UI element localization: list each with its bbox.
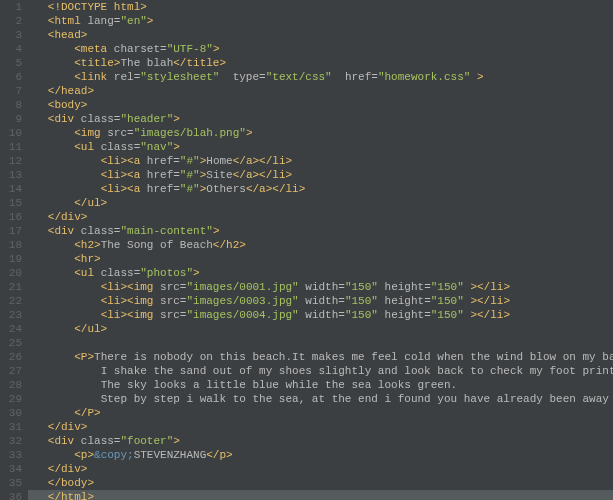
code-token: href [345, 71, 371, 83]
line-number[interactable]: 8 [0, 98, 22, 112]
code-line[interactable]: <div class="footer"> [28, 434, 613, 448]
line-number[interactable]: 17 [0, 224, 22, 238]
code-token: > [213, 225, 220, 237]
line-number[interactable]: 33 [0, 448, 22, 462]
code-line[interactable]: <li><a href="#">Home</a></li> [28, 154, 613, 168]
line-number[interactable]: 32 [0, 434, 22, 448]
line-number[interactable]: 24 [0, 322, 22, 336]
code-line[interactable]: </head> [28, 84, 613, 98]
code-token: "150" [345, 295, 378, 307]
line-number[interactable]: 12 [0, 154, 22, 168]
line-number[interactable]: 3 [0, 28, 22, 42]
line-number[interactable]: 27 [0, 364, 22, 378]
line-number[interactable]: 19 [0, 252, 22, 266]
code-token: "150" [431, 309, 464, 321]
code-token: = [338, 309, 345, 321]
line-number[interactable]: 14 [0, 182, 22, 196]
line-number[interactable]: 18 [0, 238, 22, 252]
code-line[interactable]: <html lang="en"> [28, 14, 613, 28]
line-number[interactable]: 7 [0, 84, 22, 98]
line-number[interactable]: 36 [0, 490, 22, 500]
line-number[interactable]: 20 [0, 266, 22, 280]
code-token: ></li> [464, 309, 510, 321]
code-line[interactable]: <li><a href="#">Others</a></li> [28, 182, 613, 196]
code-line[interactable]: </html> [28, 490, 613, 500]
code-line[interactable]: <P>There is nobody on this beach.It make… [28, 350, 613, 364]
code-token: "header" [120, 113, 173, 125]
code-line[interactable]: </P> [28, 406, 613, 420]
line-number[interactable]: 28 [0, 378, 22, 392]
line-number[interactable]: 35 [0, 476, 22, 490]
code-token: <ul [74, 267, 100, 279]
code-line[interactable]: <h2>The Song of Beach</h2> [28, 238, 613, 252]
code-line[interactable]: <div class="main-content"> [28, 224, 613, 238]
code-line[interactable]: <ul class="photos"> [28, 266, 613, 280]
code-line[interactable]: </ul> [28, 322, 613, 336]
code-line[interactable]: <hr> [28, 252, 613, 266]
code-line[interactable]: <ul class="nav"> [28, 140, 613, 154]
code-token: = [424, 281, 431, 293]
code-line[interactable]: <div class="header"> [28, 112, 613, 126]
code-token: lang [87, 15, 113, 27]
code-token: </ul> [74, 323, 107, 335]
code-line[interactable]: </div> [28, 210, 613, 224]
code-line[interactable]: <body> [28, 98, 613, 112]
code-token [378, 295, 385, 307]
line-number[interactable]: 25 [0, 336, 22, 350]
code-line[interactable]: The sky looks a little blue while the se… [28, 378, 613, 392]
line-number[interactable]: 16 [0, 210, 22, 224]
line-number[interactable]: 22 [0, 294, 22, 308]
code-token: height [385, 281, 425, 293]
code-token: href [147, 183, 173, 195]
line-number[interactable]: 13 [0, 168, 22, 182]
code-token: = [371, 71, 378, 83]
line-number[interactable]: 2 [0, 14, 22, 28]
line-number[interactable]: 1 [0, 0, 22, 14]
line-number[interactable]: 6 [0, 70, 22, 84]
code-editor: 1234567891011121314151617181920212223242… [0, 0, 613, 500]
code-token: "#" [180, 183, 200, 195]
code-line[interactable]: </div> [28, 462, 613, 476]
code-line[interactable]: <meta charset="UTF-8"> [28, 42, 613, 56]
code-line[interactable]: <p>&copy;STEVENZHANG</p> [28, 448, 613, 462]
line-number[interactable]: 26 [0, 350, 22, 364]
code-line[interactable]: <!DOCTYPE html> [28, 0, 613, 14]
line-number[interactable]: 15 [0, 196, 22, 210]
code-token: </a></li> [246, 183, 305, 195]
line-number[interactable]: 21 [0, 280, 22, 294]
code-token: There is nobody on this beach.It makes m… [94, 351, 613, 363]
code-token: <li><a [101, 169, 147, 181]
line-number[interactable]: 5 [0, 56, 22, 70]
line-number[interactable]: 30 [0, 406, 22, 420]
code-line[interactable]: I shake the sand out of my shoes slightl… [28, 364, 613, 378]
code-line[interactable] [28, 336, 613, 350]
code-area[interactable]: <!DOCTYPE html> <html lang="en"> <head> … [28, 0, 613, 500]
code-token: <li><img [101, 309, 160, 321]
line-number-gutter[interactable]: 1234567891011121314151617181920212223242… [0, 0, 28, 500]
code-line[interactable]: <link rel="stylesheet" type="text/css" h… [28, 70, 613, 84]
line-number[interactable]: 9 [0, 112, 22, 126]
code-line[interactable]: <li><a href="#">Site</a></li> [28, 168, 613, 182]
code-line[interactable]: <li><img src="images/0004.jpg" width="15… [28, 308, 613, 322]
code-token: <hr> [74, 253, 100, 265]
code-line[interactable]: <li><img src="images/0001.jpg" width="15… [28, 280, 613, 294]
line-number[interactable]: 34 [0, 462, 22, 476]
code-line[interactable]: <img src="images/blah.png"> [28, 126, 613, 140]
line-number[interactable]: 11 [0, 140, 22, 154]
line-number[interactable]: 10 [0, 126, 22, 140]
code-line[interactable]: </div> [28, 420, 613, 434]
code-token: href [147, 155, 173, 167]
code-token: </title> [173, 57, 226, 69]
code-line[interactable]: </body> [28, 476, 613, 490]
code-line[interactable]: <title>The blah</title> [28, 56, 613, 70]
line-number[interactable]: 29 [0, 392, 22, 406]
code-token: </head> [48, 85, 94, 97]
code-line[interactable]: <li><img src="images/0003.jpg" width="15… [28, 294, 613, 308]
code-line[interactable]: Step by step i walk to the sea, at the e… [28, 392, 613, 406]
code-line[interactable]: <head> [28, 28, 613, 42]
code-line[interactable]: </ul> [28, 196, 613, 210]
line-number[interactable]: 4 [0, 42, 22, 56]
line-number[interactable]: 31 [0, 420, 22, 434]
code-token: </P> [74, 407, 100, 419]
line-number[interactable]: 23 [0, 308, 22, 322]
